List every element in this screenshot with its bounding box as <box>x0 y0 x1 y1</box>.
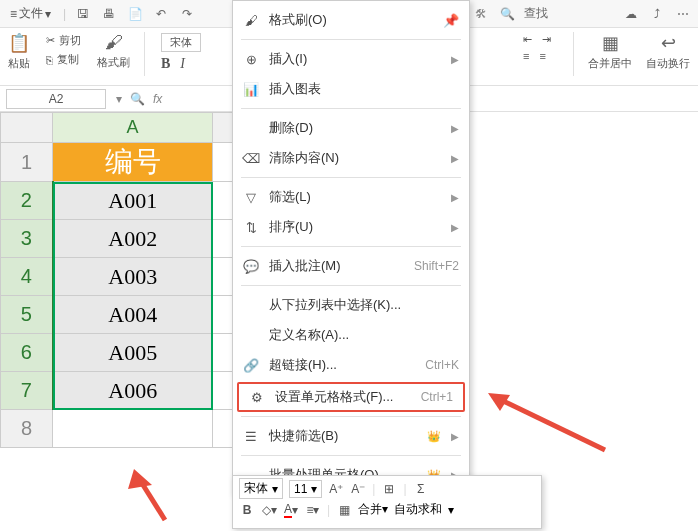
font-color-icon[interactable]: A▾ <box>283 502 299 518</box>
paste-label: 粘贴 <box>8 56 30 71</box>
merge-icon: ▦ <box>602 32 619 54</box>
merge-label: 合并居中 <box>588 56 632 71</box>
cell-A6[interactable]: A005 <box>53 334 213 372</box>
bold-button[interactable]: B <box>161 56 170 72</box>
cell-A2[interactable]: A001 <box>53 182 213 220</box>
menu-item[interactable]: 📊插入图表 <box>233 74 469 104</box>
tools-icon[interactable]: 🛠 <box>472 5 490 23</box>
row-header-3[interactable]: 3 <box>1 220 53 258</box>
crown-icon: 👑 <box>427 430 441 443</box>
context-menu: 🖌格式刷(O)📌⊕插入(I)▶📊插入图表删除(D)▶⌫清除内容(N)▶▽筛选(L… <box>232 0 470 495</box>
paste-button[interactable]: 📋 粘贴 <box>8 32 30 71</box>
insert-icon: ⊕ <box>243 51 259 67</box>
submenu-arrow-icon: ▶ <box>451 192 459 203</box>
align-left-icon[interactable]: ≡ <box>523 50 529 62</box>
menu-item[interactable]: 🔗超链接(H)...Ctrl+K <box>233 350 469 380</box>
name-box[interactable]: A2 <box>6 89 106 109</box>
borders-icon[interactable]: ⊞ <box>381 481 397 497</box>
cloud-icon[interactable]: ☁ <box>622 5 640 23</box>
more-icon[interactable]: ⋯ <box>674 5 692 23</box>
print-icon[interactable]: 🖶 <box>100 5 118 23</box>
cell-A5[interactable]: A004 <box>53 296 213 334</box>
menu-item-label: 超链接(H)... <box>269 356 415 374</box>
row-header-5[interactable]: 5 <box>1 296 53 334</box>
search-label[interactable]: 查找 <box>524 5 548 22</box>
menu-item[interactable]: 删除(D)▶ <box>233 113 469 143</box>
row-header-6[interactable]: 6 <box>1 334 53 372</box>
cell-A7[interactable]: A006 <box>53 372 213 410</box>
row-header-4[interactable]: 4 <box>1 258 53 296</box>
row-header-7[interactable]: 7 <box>1 372 53 410</box>
menu-divider <box>241 177 461 178</box>
align-indent-group: ⇤ ⇥ ≡ ≡ <box>521 32 553 63</box>
increase-indent-icon[interactable]: ⇥ <box>542 33 551 46</box>
wrap-icon: ↩ <box>661 32 676 54</box>
mini-sum-label[interactable]: 自动求和 <box>394 501 442 518</box>
menu-item[interactable]: 💬插入批注(M)Shift+F2 <box>233 251 469 281</box>
file-menu[interactable]: ≡ 文件 ▾ <box>6 3 55 24</box>
menu-item-label: 清除内容(N) <box>269 149 441 167</box>
wrap-text-button[interactable]: ↩ 自动换行 <box>646 32 690 71</box>
sum-icon[interactable]: Σ <box>413 481 429 497</box>
mini-font-select[interactable]: 宋体 ▾ <box>239 478 283 499</box>
cell-A3[interactable]: A002 <box>53 220 213 258</box>
paintbrush-icon: 🖌 <box>243 12 259 28</box>
menu-item[interactable]: ⚙设置单元格格式(F)...Ctrl+1 <box>237 382 465 412</box>
divider: | <box>63 7 66 21</box>
menu-item[interactable]: ⌫清除内容(N)▶ <box>233 143 469 173</box>
menu-item[interactable]: ⊕插入(I)▶ <box>233 44 469 74</box>
copy-button[interactable]: ⎘复制 <box>44 51 83 68</box>
menu-item[interactable]: 定义名称(A)... <box>233 320 469 350</box>
decrease-indent-icon[interactable]: ⇤ <box>523 33 532 46</box>
font-family-select[interactable]: 宋体 <box>161 33 201 52</box>
fill-color-icon[interactable]: ◇▾ <box>261 502 277 518</box>
save-icon[interactable]: 🖫 <box>74 5 92 23</box>
align-center-icon[interactable]: ≡ <box>539 50 545 62</box>
cell-A1[interactable]: 编号 <box>53 143 213 182</box>
menu-item-label: 从下拉列表中选择(K)... <box>269 296 459 314</box>
increase-font-icon[interactable]: A⁺ <box>328 481 344 497</box>
copy-icon: ⎘ <box>46 54 53 66</box>
row-header-8[interactable]: 8 <box>1 410 53 448</box>
clipboard-icon: 📋 <box>8 32 30 54</box>
scissors-icon: ✂ <box>46 34 55 47</box>
row-header-2[interactable]: 2 <box>1 182 53 220</box>
menu-item[interactable]: ⇅排序(U)▶ <box>233 212 469 242</box>
menu-item-label: 插入(I) <box>269 50 441 68</box>
fx-icon[interactable]: fx <box>153 92 162 106</box>
cell-A4[interactable]: A003 <box>53 258 213 296</box>
menu-item-label: 格式刷(O) <box>269 11 433 29</box>
merge-center-button[interactable]: ▦ 合并居中 <box>588 32 632 71</box>
cut-button[interactable]: ✂剪切 <box>44 32 83 49</box>
comment-icon: 💬 <box>243 258 259 274</box>
menu-item-label: 设置单元格格式(F)... <box>275 388 411 406</box>
undo-icon[interactable]: ↶ <box>152 5 170 23</box>
menu-shortcut: Ctrl+K <box>425 358 459 372</box>
sort-icon: ⇅ <box>243 219 259 235</box>
search-icon[interactable]: 🔍 <box>130 92 145 106</box>
menu-item-label: 删除(D) <box>269 119 441 137</box>
menu-item[interactable]: 🖌格式刷(O)📌 <box>233 5 469 35</box>
row-header-1[interactable]: 1 <box>1 143 53 182</box>
decrease-font-icon[interactable]: A⁻ <box>350 481 366 497</box>
redo-icon[interactable]: ↷ <box>178 5 196 23</box>
format-painter-button[interactable]: 🖌 格式刷 <box>97 32 130 70</box>
menu-item[interactable]: 从下拉列表中选择(K)... <box>233 290 469 320</box>
align-icon[interactable]: ≡▾ <box>305 502 321 518</box>
eraser-icon: ⌫ <box>243 150 259 166</box>
select-all-corner[interactable] <box>1 113 53 143</box>
share-icon[interactable]: ⤴ <box>648 5 666 23</box>
mini-bold-icon[interactable]: B <box>239 502 255 518</box>
menu-item[interactable]: ▽筛选(L)▶ <box>233 182 469 212</box>
merge-icon[interactable]: ▦ <box>336 502 352 518</box>
mini-merge-label[interactable]: 合并▾ <box>358 501 388 518</box>
dropdown-icon[interactable]: ▾ <box>116 92 122 106</box>
preview-icon[interactable]: 📄 <box>126 5 144 23</box>
submenu-arrow-icon: ▶ <box>451 123 459 134</box>
menu-item[interactable]: ☰快捷筛选(B)👑▶ <box>233 421 469 451</box>
chart-pin-icon: 📌 <box>443 12 459 28</box>
search-icon[interactable]: 🔍 <box>498 5 516 23</box>
italic-button[interactable]: I <box>180 56 185 72</box>
mini-size-select[interactable]: 11 ▾ <box>289 480 322 498</box>
column-header-A[interactable]: A <box>53 113 213 143</box>
